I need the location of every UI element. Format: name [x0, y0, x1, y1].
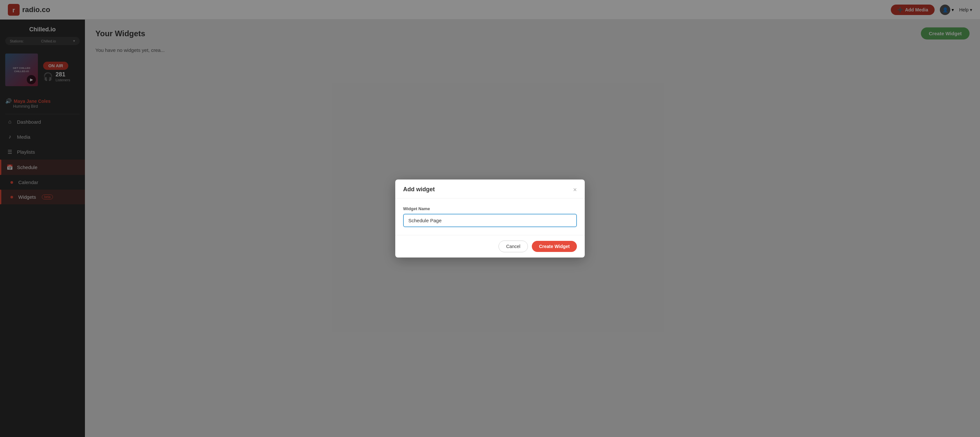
modal-overlay: Add widget × Widget Name Cancel Create W… — [0, 0, 980, 437]
cancel-button[interactable]: Cancel — [498, 241, 528, 252]
modal-body: Widget Name — [395, 198, 585, 235]
modal-title: Add widget — [403, 186, 435, 193]
widget-name-label: Widget Name — [403, 206, 577, 211]
modal-header: Add widget × — [395, 179, 585, 198]
modal-footer: Cancel Create Widget — [395, 235, 585, 258]
modal-create-widget-button[interactable]: Create Widget — [532, 241, 577, 252]
add-widget-modal: Add widget × Widget Name Cancel Create W… — [395, 179, 585, 258]
modal-close-button[interactable]: × — [573, 186, 577, 193]
widget-name-input[interactable] — [403, 214, 577, 227]
